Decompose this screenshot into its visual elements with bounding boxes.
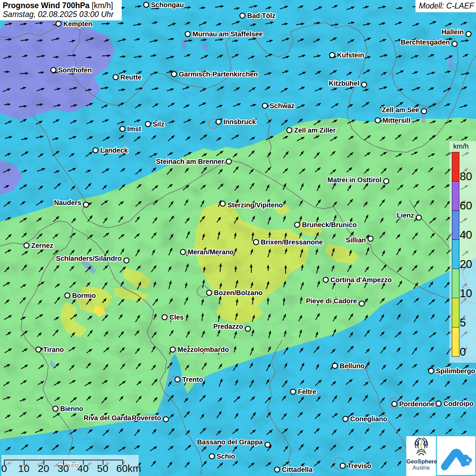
legend-unit-label: km/h xyxy=(453,142,469,150)
city-meran-merano: Meran/Merano xyxy=(181,248,234,256)
city-marker xyxy=(220,201,225,206)
city-marker xyxy=(333,363,338,369)
geosphere-logo-subtext: Austria xyxy=(406,465,436,471)
city-label: Bruneck/Brunico xyxy=(302,221,357,228)
city-marker xyxy=(65,293,70,298)
city-label: Kitzbühel xyxy=(329,80,359,87)
city-marker xyxy=(36,347,41,352)
city-marker xyxy=(422,109,427,114)
city-label: Kufstein xyxy=(337,51,364,59)
city-marker xyxy=(209,454,215,459)
city-sterzing-vipiteno: Sterzing/Vipiteno xyxy=(220,201,283,209)
city-label: Cittadella xyxy=(282,466,313,473)
scale-label: 50 xyxy=(97,463,108,474)
city-label: Trento xyxy=(182,376,203,383)
city-riva-del-garda: Riva del Garda xyxy=(84,414,139,422)
city-label: Matrei in Osttirol xyxy=(327,176,381,184)
title-datetime: Samstag, 02.08.2025 03:00 Uhr xyxy=(3,10,119,19)
city-marker xyxy=(295,222,300,227)
wind-arrow xyxy=(102,55,111,56)
city-murnau-am-staffelsee: Murnau am Staffelsee xyxy=(185,30,263,38)
wind-arrow xyxy=(68,55,76,56)
city-silz: Silz xyxy=(146,120,165,128)
wind-arrow xyxy=(101,23,109,24)
legend-tick-label: 40 xyxy=(460,229,472,241)
city-marker xyxy=(340,463,345,469)
legend-segment-5 xyxy=(452,298,459,327)
geosphere-logo-text: GeoSphere xyxy=(406,458,436,465)
city-marker xyxy=(113,75,118,80)
city-bozen-bolzano: Bozen/Bolzano xyxy=(207,289,263,296)
city-matrei-in-osttirol: Matrei in Osttirol xyxy=(327,176,389,184)
city-label: Zernez xyxy=(31,242,53,249)
city-label: Imst xyxy=(127,125,141,133)
city-marker xyxy=(466,32,471,37)
city-marker xyxy=(452,41,457,47)
city-label: Bad Tölz xyxy=(247,12,275,19)
city-marker xyxy=(175,377,180,382)
city-marker xyxy=(172,72,177,77)
city-label: Steinach am Brenner xyxy=(156,158,224,165)
city-marker xyxy=(265,442,270,447)
city-label: Landeck xyxy=(100,147,128,154)
scale-label: 20 xyxy=(38,463,49,474)
city-marker xyxy=(359,301,364,306)
city-label: Kempten xyxy=(63,20,92,28)
city-label: Tirano xyxy=(43,346,64,353)
wind-arrow xyxy=(120,56,125,57)
legend-segment-60 xyxy=(452,182,459,211)
city-marker xyxy=(275,467,280,472)
city-label: Silz xyxy=(153,120,164,128)
city-label: Murnau am Staffelsee xyxy=(192,30,263,38)
city-mezzolombardo: Mezzolombardo xyxy=(170,346,229,353)
city-label: Treviso xyxy=(347,462,371,470)
city-cortina-d-ampezzo: Cortina d'Ampezzo xyxy=(323,276,392,284)
city-feltre: Feltre xyxy=(291,388,317,395)
legend-segment-0 xyxy=(452,327,459,356)
city-label: Nauders xyxy=(54,199,81,206)
city-marker xyxy=(120,126,125,132)
city-marker xyxy=(185,32,190,37)
wind-arrow xyxy=(86,57,92,58)
city-marker xyxy=(226,159,232,164)
city-label: Codroipo xyxy=(443,400,474,407)
city-label: Schio xyxy=(217,453,235,460)
legend-colorbar xyxy=(452,152,459,357)
legend-segment-80 xyxy=(452,152,459,182)
city-label: Schlanders/Silandro xyxy=(56,255,122,262)
city-marker xyxy=(330,53,335,58)
title-box: Prognose Wind 700hPa [km/h] Samstag, 02.… xyxy=(0,0,122,20)
city-marker xyxy=(262,103,268,108)
city-steinach-am-brenner: Steinach am Brenner xyxy=(156,158,232,165)
city-label: Sonthofen xyxy=(58,66,92,74)
city-marker xyxy=(362,82,367,87)
city-label: Bormio xyxy=(72,292,96,299)
model-label: Modell: C-LAEF xyxy=(419,1,474,10)
scale-label: 0 xyxy=(1,463,7,474)
city-berchtesgaden: Berchtesgaden xyxy=(401,38,457,47)
map-canvas: SchongauBad TölzKemptenMurnau am Staffel… xyxy=(0,0,476,476)
city-marker xyxy=(375,118,380,123)
city-cles: Cles xyxy=(162,313,184,321)
city-label: Zell am See xyxy=(382,106,419,114)
city-label: Zell am Ziller xyxy=(294,126,336,134)
city-marker xyxy=(24,243,29,248)
city-marker xyxy=(164,417,169,422)
legend-tick-label: 60 xyxy=(460,200,472,211)
city-spilimbergo: Spilimbergo xyxy=(429,367,475,375)
city-zell-am-ziller: Zell am Ziller xyxy=(287,126,336,134)
city-marker xyxy=(170,347,175,352)
city-marker xyxy=(429,369,434,374)
city-label: Bienno xyxy=(60,405,83,412)
city-marker xyxy=(51,68,56,73)
city-marker xyxy=(124,258,129,263)
city-marker xyxy=(146,122,151,127)
city-marker xyxy=(343,417,348,422)
city-marker xyxy=(56,21,61,27)
city-marker xyxy=(417,215,422,220)
wind-arrow xyxy=(4,104,10,105)
city-marker xyxy=(181,250,186,255)
wind-arrow xyxy=(268,298,268,305)
title-unit: [km/h] xyxy=(89,1,113,10)
legend-segment-40 xyxy=(452,211,459,240)
